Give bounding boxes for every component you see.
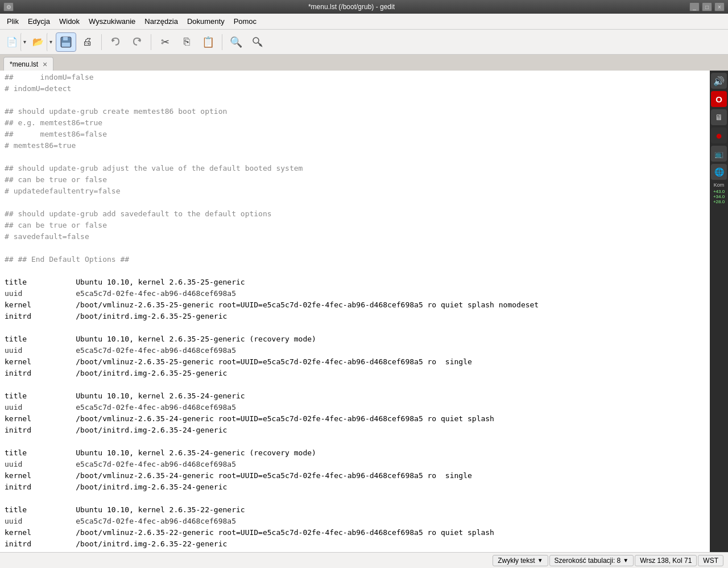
display-icon[interactable]: 📺 [711, 146, 727, 162]
titlebar-title: *menu.lst (/boot/grub) - gedit [14, 3, 689, 11]
opera-icon[interactable]: O [711, 91, 727, 107]
editor-line: ## can be true or false [0, 220, 710, 231]
menu-dokumenty[interactable]: Dokumenty [183, 15, 229, 28]
toolbar-separator-2 [151, 34, 151, 50]
editor-line: ## should update-grub adjust the value o… [0, 163, 710, 174]
editor-line: ## should update-grub add savedefault to… [0, 208, 710, 220]
titlebar-icon: ⚙ [3, 2, 14, 11]
editor-line: initrd /boot/initrd.img-2.6.35-25-generi… [0, 311, 710, 322]
editor-line: title Ubuntu 10.10, kernel 2.6.35-25-gen… [0, 334, 710, 345]
editor-line: title Ubuntu 10.10, kernel 2.6.35-24-gen… [0, 447, 710, 459]
editor-line: ## ## End Default Options ## [0, 254, 710, 265]
status-tab-width[interactable]: Szerokość tabulacji: 8 ▼ [549, 555, 634, 566]
globe-icon[interactable]: 🌐 [711, 164, 727, 180]
maximize-button[interactable]: □ [702, 2, 712, 11]
komodo-widget: Kom +43.0 +34.0 +28.0 [710, 182, 728, 204]
save-icon [60, 36, 72, 48]
print-button[interactable]: 🖨 [77, 32, 98, 52]
editor-line: uuid e5ca5c7d-02fe-4fec-ab96-d468cef698a… [0, 345, 710, 356]
tab-width-arrow: ▼ [623, 557, 628, 563]
editor[interactable]: ## e.g. howmany=all## howmany=7# howmany… [0, 71, 710, 552]
statusbar: Zwykły tekst ▼ Szerokość tabulacji: 8 ▼ … [0, 552, 728, 568]
tab-menu-lst[interactable]: *menu.lst × [3, 57, 53, 71]
svg-point-5 [253, 38, 259, 43]
komodo-val2: +34.0 [713, 194, 725, 199]
editor-line [0, 379, 710, 390]
editor-line: # savedefault=false [0, 231, 710, 242]
open-button[interactable]: 📂 [30, 32, 47, 52]
komodo-val1: +43.0 [713, 189, 725, 194]
open-button-group[interactable]: 📂 ▾ [30, 32, 55, 52]
editor-line: # indomU=detect [0, 83, 710, 94]
editor-line: ## can be true or false [0, 174, 710, 186]
editor-line [0, 493, 710, 504]
editor-line [0, 265, 710, 277]
undo-button[interactable] [105, 32, 126, 52]
editor-line [0, 197, 710, 208]
new-button-group[interactable]: 📄 ▾ [3, 32, 28, 52]
new-button-arrow[interactable]: ▾ [20, 32, 28, 52]
tab-close-button[interactable]: × [43, 60, 47, 69]
cut-button[interactable]: ✂ [155, 32, 175, 52]
menu-widok[interactable]: Widok [55, 15, 84, 28]
find-button[interactable]: 🔍 [226, 32, 246, 52]
close-button[interactable]: × [714, 2, 725, 11]
editor-line: kernel /boot/vmlinuz-2.6.35-24-generic r… [0, 470, 710, 481]
redo-icon [131, 36, 143, 48]
titlebar: ⚙ *menu.lst (/boot/grub) - gedit _ □ × [0, 0, 728, 14]
komodo-val3: +28.0 [713, 199, 725, 204]
editor-line: title Ubuntu 10.10, kernel 2.6.35-25-gen… [0, 277, 710, 288]
svg-marker-3 [112, 39, 115, 42]
red-circle-icon[interactable]: ● [711, 127, 727, 143]
toolbar: 📄 ▾ 📂 ▾ 🖨 ✂ ⎘ 📋 🔍 [0, 30, 728, 55]
text-type-arrow: ▼ [537, 557, 543, 563]
volume-icon[interactable]: 🔊 [711, 73, 727, 89]
status-position: Wrsz 138, Kol 71 [635, 555, 697, 566]
editor-line: kernel /boot/vmlinuz-2.6.35-25-generic r… [0, 356, 710, 368]
svg-rect-2 [62, 43, 70, 47]
status-mode: WST [698, 555, 723, 566]
minimize-button[interactable]: _ [689, 2, 700, 11]
save-button[interactable] [56, 32, 76, 52]
replace-button[interactable] [247, 32, 268, 52]
editor-line: ## should update-grub create memtest86 b… [0, 106, 710, 117]
menu-narzedzia[interactable]: Narzędzia [140, 15, 183, 28]
menu-edycja[interactable]: Edycja [23, 15, 55, 28]
copy-button[interactable]: ⎘ [176, 32, 197, 52]
menu-wyszukiwanie[interactable]: Wyszukiwanie [84, 15, 140, 28]
open-button-arrow[interactable]: ▾ [47, 32, 55, 52]
paste-button[interactable]: 📋 [198, 32, 218, 52]
menu-pomoc[interactable]: Pomoc [229, 15, 261, 28]
editor-line: title Ubuntu 10.10, kernel 2.6.35-24-gen… [0, 390, 710, 402]
editor-line: ## indomU=false [0, 72, 710, 83]
toolbar-separator-3 [222, 34, 222, 50]
editor-line: uuid e5ca5c7d-02fe-4fec-ab96-d468cef698a… [0, 288, 710, 299]
svg-rect-1 [63, 37, 68, 40]
monitor-icon[interactable]: 🖥 [711, 109, 727, 125]
editor-line [0, 436, 710, 447]
undo-icon [110, 36, 121, 48]
menubar: Plik Edycja Widok Wyszukiwanie Narzędzia… [0, 14, 728, 30]
editor-line: initrd /boot/initrd.img-2.6.35-24-generi… [0, 481, 710, 493]
menu-plik[interactable]: Plik [2, 15, 23, 28]
editor-line: kernel /boot/vmlinuz-2.6.35-24-generic r… [0, 413, 710, 425]
status-text-type[interactable]: Zwykły tekst ▼ [493, 555, 548, 566]
titlebar-window-controls[interactable]: _ □ × [689, 2, 725, 11]
editor-line: initrd /boot/initrd.img-2.6.35-25-generi… [0, 368, 710, 379]
editor-line: ## e.g. memtest86=true [0, 117, 710, 129]
editor-line: kernel /boot/vmlinuz-2.6.35-22-generic r… [0, 527, 710, 538]
svg-marker-4 [138, 39, 140, 42]
tab-label: *menu.lst [10, 60, 38, 68]
editor-line: initrd /boot/initrd.img-2.6.35-24-generi… [0, 425, 710, 436]
new-button[interactable]: 📄 [3, 32, 20, 52]
editor-line: # memtest86=true [0, 140, 710, 151]
editor-line: kernel /boot/vmlinuz-2.6.35-25-generic r… [0, 299, 710, 311]
editor-line: title Ubuntu 10.10, kernel 2.6.35-22-gen… [0, 504, 710, 516]
replace-icon [251, 36, 264, 48]
editor-line [0, 151, 710, 163]
editor-line: uuid e5ca5c7d-02fe-4fec-ab96-d468cef698a… [0, 516, 710, 527]
titlebar-left-controls[interactable]: ⚙ [3, 2, 14, 11]
redo-button[interactable] [127, 32, 147, 52]
editor-line [0, 322, 710, 334]
right-sidebar: 🔊 O 🖥 ● 📺 🌐 Kom +43.0 +34.0 +28.0 [710, 71, 728, 552]
